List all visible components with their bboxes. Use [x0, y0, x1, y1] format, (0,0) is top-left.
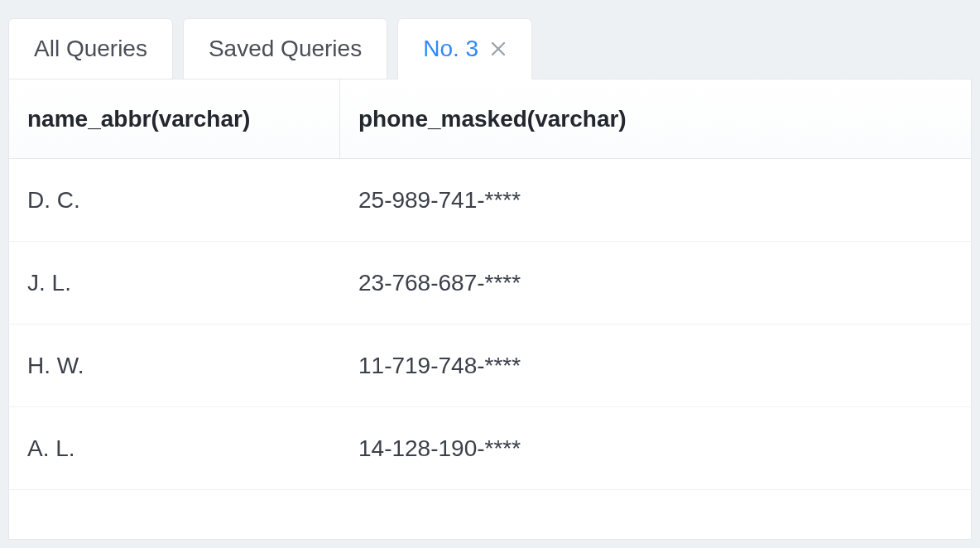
cell-name-abbr: H. W.	[9, 324, 340, 406]
tab-bar: All Queries Saved Queries No. 3	[8, 18, 972, 79]
query-results-pane: All Queries Saved Queries No. 3 name_abb…	[0, 0, 980, 548]
table-row[interactable]: H. W. 11-719-748-****	[9, 324, 971, 407]
grid-spacer	[9, 490, 971, 539]
cell-value: 23-768-687-****	[358, 270, 521, 296]
cell-name-abbr: D. C.	[9, 159, 340, 241]
cell-value: 25-989-741-****	[358, 187, 521, 214]
results-grid: name_abbr(varchar) phone_masked(varchar)…	[9, 79, 971, 539]
close-icon[interactable]	[490, 41, 507, 57]
cell-value: D. C.	[27, 187, 80, 214]
cell-name-abbr: J. L.	[9, 242, 340, 324]
column-header-label: phone_masked(varchar)	[358, 106, 627, 132]
cell-value: A. L.	[27, 435, 75, 462]
cell-phone-masked: 23-768-687-****	[340, 242, 971, 324]
column-header-name-abbr[interactable]: name_abbr(varchar)	[9, 79, 340, 158]
table-row[interactable]: J. L. 23-768-687-****	[9, 242, 971, 324]
results-panel: name_abbr(varchar) phone_masked(varchar)…	[8, 79, 972, 540]
cell-value: 11-719-748-****	[358, 353, 521, 379]
table-row[interactable]: A. L. 14-128-190-****	[9, 407, 971, 490]
tab-saved-queries[interactable]: Saved Queries	[183, 18, 387, 79]
cell-phone-masked: 25-989-741-****	[340, 159, 971, 241]
cell-value: 14-128-190-****	[358, 435, 521, 462]
cell-phone-masked: 14-128-190-****	[340, 407, 971, 489]
cell-value: H. W.	[27, 353, 84, 379]
tab-label: All Queries	[34, 36, 147, 62]
column-header-row: name_abbr(varchar) phone_masked(varchar)	[9, 79, 971, 159]
tab-label: No. 3	[423, 36, 478, 62]
cell-phone-masked: 11-719-748-****	[340, 324, 971, 406]
column-header-label: name_abbr(varchar)	[27, 106, 250, 132]
tab-label: Saved Queries	[209, 36, 362, 62]
table-row[interactable]: D. C. 25-989-741-****	[9, 159, 971, 242]
results-grid-scroll[interactable]: name_abbr(varchar) phone_masked(varchar)…	[9, 79, 971, 539]
tab-query-3[interactable]: No. 3	[397, 18, 532, 79]
cell-value: J. L.	[27, 270, 71, 296]
cell-name-abbr: A. L.	[9, 407, 340, 489]
column-header-phone-masked[interactable]: phone_masked(varchar)	[340, 79, 971, 158]
tab-all-queries[interactable]: All Queries	[8, 18, 173, 79]
